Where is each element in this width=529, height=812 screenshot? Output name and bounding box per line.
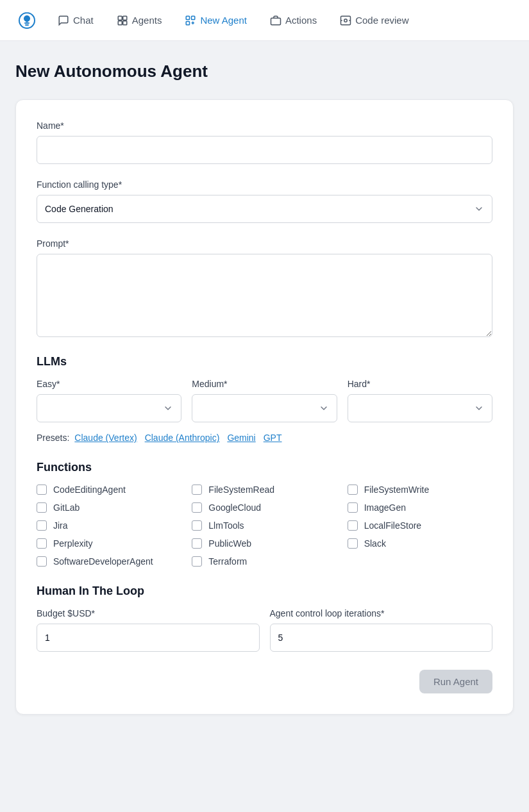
- function-label-LocalFileStore: LocalFileStore: [364, 520, 422, 531]
- prompt-field-group: Prompt*: [37, 238, 492, 340]
- function-label-Slack: Slack: [364, 538, 386, 549]
- function-checkbox-LlmTools[interactable]: [192, 520, 202, 531]
- function-item-Slack[interactable]: Slack: [348, 538, 492, 549]
- app-logo: [15, 9, 38, 32]
- function-item-FileSystemRead[interactable]: FileSystemRead: [192, 485, 337, 495]
- easy-llm-field: Easy*: [37, 379, 181, 422]
- prompt-textarea[interactable]: [37, 254, 492, 337]
- agents-icon: [117, 15, 128, 26]
- function-checkbox-Jira[interactable]: [37, 520, 47, 531]
- function-item-CodeEditingAgent[interactable]: CodeEditingAgent: [37, 485, 181, 495]
- function-label-GitLab: GitLab: [53, 502, 80, 513]
- hitl-section-title: Human In The Loop: [37, 584, 492, 598]
- function-checkbox-Slack[interactable]: [348, 538, 358, 549]
- nav-code-review[interactable]: Code review: [331, 10, 417, 31]
- iterations-input[interactable]: [270, 624, 493, 652]
- agent-form-card: Name* Function calling type* Code Genera…: [15, 99, 514, 715]
- function-checkbox-GoogleCloud[interactable]: [192, 502, 202, 513]
- function-checkbox-Perplexity[interactable]: [37, 538, 47, 549]
- svg-rect-5: [192, 16, 195, 19]
- function-checkbox-ImageGen[interactable]: [348, 502, 358, 513]
- function-item-Jira[interactable]: Jira: [37, 520, 181, 531]
- function-item-LlmTools[interactable]: LlmTools: [192, 520, 337, 531]
- function-checkbox-FileSystemRead[interactable]: [192, 485, 202, 495]
- nav-actions-label: Actions: [285, 15, 317, 26]
- easy-llm-select[interactable]: [37, 394, 181, 422]
- hard-llm-select[interactable]: [348, 394, 492, 422]
- function-label-Jira: Jira: [53, 520, 68, 531]
- function-label-ImageGen: ImageGen: [364, 502, 406, 513]
- function-item-PublicWeb[interactable]: PublicWeb: [192, 538, 337, 549]
- function-label-FileSystemRead: FileSystemRead: [208, 485, 274, 495]
- function-item-Perplexity[interactable]: Perplexity: [37, 538, 181, 549]
- iterations-label: Agent control loop iterations*: [270, 608, 493, 618]
- function-type-select[interactable]: Code Generation Standard Parallel: [37, 195, 492, 223]
- function-item-GoogleCloud[interactable]: GoogleCloud: [192, 502, 337, 513]
- presets-row: Presets: Claude (Vertex) Claude (Anthrop…: [37, 433, 492, 443]
- function-item-FileSystemWrite[interactable]: FileSystemWrite: [348, 485, 492, 495]
- hard-llm-label: Hard*: [348, 379, 492, 389]
- function-type-field-group: Function calling type* Code Generation S…: [37, 179, 492, 223]
- nav-actions[interactable]: Actions: [261, 10, 326, 31]
- function-label-GoogleCloud: GoogleCloud: [208, 502, 261, 513]
- prompt-label: Prompt*: [37, 238, 492, 249]
- svg-point-9: [344, 19, 348, 22]
- preset-gemini[interactable]: Gemini: [224, 433, 258, 443]
- function-item-LocalFileStore[interactable]: LocalFileStore: [348, 520, 492, 531]
- page-content: New Autonomous Agent Name* Function call…: [0, 41, 529, 740]
- function-checkbox-CodeEditingAgent[interactable]: [37, 485, 47, 495]
- new-agent-icon: [185, 15, 196, 26]
- function-label-PublicWeb: PublicWeb: [208, 538, 251, 549]
- svg-rect-0: [118, 16, 122, 20]
- functions-grid: CodeEditingAgent FileSystemRead FileSyst…: [37, 485, 492, 567]
- function-label-CodeEditingAgent: CodeEditingAgent: [53, 485, 126, 495]
- budget-field: Budget $USD*: [37, 608, 260, 652]
- svg-rect-3: [122, 21, 126, 24]
- nav-agents[interactable]: Agents: [108, 10, 171, 31]
- name-field-group: Name*: [37, 120, 492, 164]
- function-label-SoftwareDeveloperAgent: SoftwareDeveloperAgent: [53, 556, 153, 567]
- nav-new-agent[interactable]: New Agent: [176, 10, 256, 31]
- code-review-icon: [340, 15, 351, 26]
- function-checkbox-PublicWeb[interactable]: [192, 538, 202, 549]
- nav-new-agent-label: New Agent: [200, 15, 247, 26]
- svg-rect-6: [187, 21, 190, 24]
- function-item-SoftwareDeveloperAgent[interactable]: SoftwareDeveloperAgent: [37, 556, 181, 567]
- function-checkbox-Terraform[interactable]: [192, 556, 202, 567]
- chat-icon: [58, 15, 69, 26]
- run-agent-row: Run Agent: [37, 670, 492, 693]
- llms-section-title: LLMs: [37, 355, 492, 369]
- easy-llm-label: Easy*: [37, 379, 181, 389]
- budget-input[interactable]: [37, 624, 260, 652]
- function-checkbox-FileSystemWrite[interactable]: [348, 485, 358, 495]
- presets-label: Presets:: [37, 433, 69, 443]
- nav-chat[interactable]: Chat: [49, 10, 103, 31]
- iterations-field: Agent control loop iterations*: [270, 608, 493, 652]
- top-navigation: Chat Agents New Agent Actions: [0, 0, 529, 41]
- preset-gpt[interactable]: GPT: [261, 433, 285, 443]
- preset-claude-vertex[interactable]: Claude (Vertex): [72, 433, 139, 443]
- function-item-Terraform[interactable]: Terraform: [192, 556, 337, 567]
- function-type-label: Function calling type*: [37, 179, 492, 190]
- function-checkbox-LocalFileStore[interactable]: [348, 520, 358, 531]
- medium-llm-select[interactable]: [192, 394, 337, 422]
- nav-chat-label: Chat: [73, 15, 94, 26]
- preset-claude-anthropic[interactable]: Claude (Anthropic): [142, 433, 223, 443]
- function-item-ImageGen[interactable]: ImageGen: [348, 502, 492, 513]
- svg-rect-1: [122, 16, 126, 20]
- name-input[interactable]: [37, 136, 492, 164]
- function-checkbox-GitLab[interactable]: [37, 502, 47, 513]
- svg-rect-7: [271, 18, 280, 25]
- name-label: Name*: [37, 120, 492, 131]
- function-item-GitLab[interactable]: GitLab: [37, 502, 181, 513]
- function-label-FileSystemWrite: FileSystemWrite: [364, 485, 430, 495]
- svg-rect-4: [187, 16, 190, 19]
- function-checkbox-SoftwareDeveloperAgent[interactable]: [37, 556, 47, 567]
- run-agent-button[interactable]: Run Agent: [419, 670, 492, 693]
- function-label-LlmTools: LlmTools: [208, 520, 244, 531]
- llms-grid: Easy* Medium* Hard*: [37, 379, 492, 422]
- medium-llm-label: Medium*: [192, 379, 337, 389]
- function-label-Terraform: Terraform: [208, 556, 247, 567]
- hitl-grid: Budget $USD* Agent control loop iteratio…: [37, 608, 492, 652]
- functions-section-title: Functions: [37, 461, 492, 474]
